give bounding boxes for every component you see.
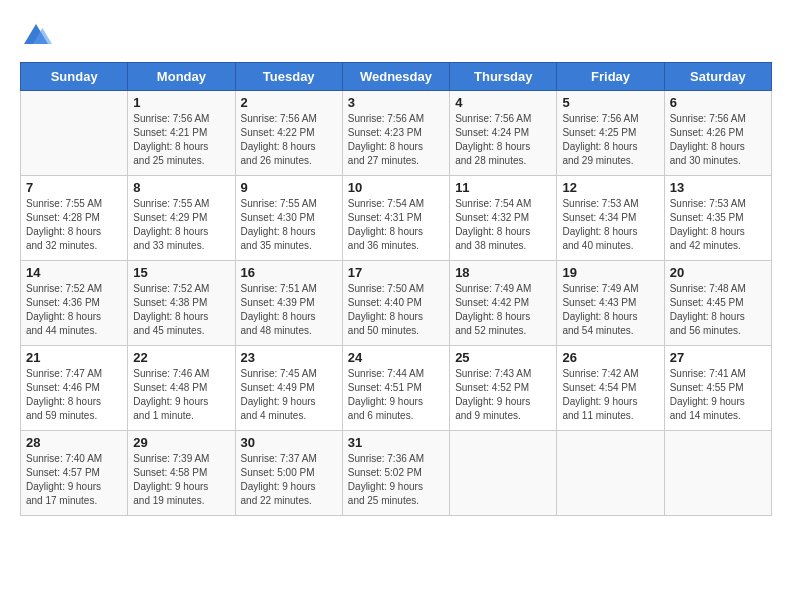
calendar-cell: 28Sunrise: 7:40 AM Sunset: 4:57 PM Dayli…: [21, 431, 128, 516]
day-number: 14: [26, 265, 122, 280]
calendar-cell: 18Sunrise: 7:49 AM Sunset: 4:42 PM Dayli…: [450, 261, 557, 346]
day-number: 27: [670, 350, 766, 365]
logo: [20, 20, 56, 52]
day-number: 17: [348, 265, 444, 280]
day-number: 13: [670, 180, 766, 195]
day-number: 24: [348, 350, 444, 365]
calendar-cell: [21, 91, 128, 176]
calendar-cell: 8Sunrise: 7:55 AM Sunset: 4:29 PM Daylig…: [128, 176, 235, 261]
calendar-cell: 17Sunrise: 7:50 AM Sunset: 4:40 PM Dayli…: [342, 261, 449, 346]
day-info: Sunrise: 7:36 AM Sunset: 5:02 PM Dayligh…: [348, 452, 444, 508]
day-number: 8: [133, 180, 229, 195]
calendar-cell: 31Sunrise: 7:36 AM Sunset: 5:02 PM Dayli…: [342, 431, 449, 516]
weekday-header-sunday: Sunday: [21, 63, 128, 91]
day-info: Sunrise: 7:49 AM Sunset: 4:43 PM Dayligh…: [562, 282, 658, 338]
day-info: Sunrise: 7:46 AM Sunset: 4:48 PM Dayligh…: [133, 367, 229, 423]
day-info: Sunrise: 7:50 AM Sunset: 4:40 PM Dayligh…: [348, 282, 444, 338]
day-info: Sunrise: 7:56 AM Sunset: 4:23 PM Dayligh…: [348, 112, 444, 168]
day-info: Sunrise: 7:56 AM Sunset: 4:22 PM Dayligh…: [241, 112, 337, 168]
calendar-cell: 1Sunrise: 7:56 AM Sunset: 4:21 PM Daylig…: [128, 91, 235, 176]
calendar-cell: 7Sunrise: 7:55 AM Sunset: 4:28 PM Daylig…: [21, 176, 128, 261]
day-info: Sunrise: 7:45 AM Sunset: 4:49 PM Dayligh…: [241, 367, 337, 423]
day-number: 1: [133, 95, 229, 110]
calendar-cell: 24Sunrise: 7:44 AM Sunset: 4:51 PM Dayli…: [342, 346, 449, 431]
calendar-cell: 20Sunrise: 7:48 AM Sunset: 4:45 PM Dayli…: [664, 261, 771, 346]
calendar-week-2: 7Sunrise: 7:55 AM Sunset: 4:28 PM Daylig…: [21, 176, 772, 261]
calendar-cell: 25Sunrise: 7:43 AM Sunset: 4:52 PM Dayli…: [450, 346, 557, 431]
day-info: Sunrise: 7:56 AM Sunset: 4:26 PM Dayligh…: [670, 112, 766, 168]
day-info: Sunrise: 7:56 AM Sunset: 4:25 PM Dayligh…: [562, 112, 658, 168]
day-info: Sunrise: 7:49 AM Sunset: 4:42 PM Dayligh…: [455, 282, 551, 338]
day-number: 3: [348, 95, 444, 110]
day-number: 19: [562, 265, 658, 280]
day-number: 2: [241, 95, 337, 110]
day-number: 10: [348, 180, 444, 195]
day-number: 25: [455, 350, 551, 365]
day-info: Sunrise: 7:56 AM Sunset: 4:24 PM Dayligh…: [455, 112, 551, 168]
calendar-cell: 19Sunrise: 7:49 AM Sunset: 4:43 PM Dayli…: [557, 261, 664, 346]
day-number: 29: [133, 435, 229, 450]
calendar-cell: 3Sunrise: 7:56 AM Sunset: 4:23 PM Daylig…: [342, 91, 449, 176]
weekday-header-monday: Monday: [128, 63, 235, 91]
day-info: Sunrise: 7:54 AM Sunset: 4:31 PM Dayligh…: [348, 197, 444, 253]
weekday-header-friday: Friday: [557, 63, 664, 91]
day-info: Sunrise: 7:39 AM Sunset: 4:58 PM Dayligh…: [133, 452, 229, 508]
calendar-cell: 16Sunrise: 7:51 AM Sunset: 4:39 PM Dayli…: [235, 261, 342, 346]
weekday-header-tuesday: Tuesday: [235, 63, 342, 91]
day-info: Sunrise: 7:54 AM Sunset: 4:32 PM Dayligh…: [455, 197, 551, 253]
calendar-cell: [450, 431, 557, 516]
calendar-header-row: SundayMondayTuesdayWednesdayThursdayFrid…: [21, 63, 772, 91]
day-info: Sunrise: 7:52 AM Sunset: 4:36 PM Dayligh…: [26, 282, 122, 338]
weekday-header-wednesday: Wednesday: [342, 63, 449, 91]
day-number: 31: [348, 435, 444, 450]
calendar-cell: 21Sunrise: 7:47 AM Sunset: 4:46 PM Dayli…: [21, 346, 128, 431]
day-info: Sunrise: 7:51 AM Sunset: 4:39 PM Dayligh…: [241, 282, 337, 338]
day-number: 15: [133, 265, 229, 280]
day-info: Sunrise: 7:53 AM Sunset: 4:35 PM Dayligh…: [670, 197, 766, 253]
weekday-header-saturday: Saturday: [664, 63, 771, 91]
day-info: Sunrise: 7:37 AM Sunset: 5:00 PM Dayligh…: [241, 452, 337, 508]
day-info: Sunrise: 7:53 AM Sunset: 4:34 PM Dayligh…: [562, 197, 658, 253]
page-header: [20, 20, 772, 52]
calendar-cell: 4Sunrise: 7:56 AM Sunset: 4:24 PM Daylig…: [450, 91, 557, 176]
logo-icon: [20, 20, 52, 52]
calendar-cell: 27Sunrise: 7:41 AM Sunset: 4:55 PM Dayli…: [664, 346, 771, 431]
day-number: 20: [670, 265, 766, 280]
day-number: 6: [670, 95, 766, 110]
day-info: Sunrise: 7:43 AM Sunset: 4:52 PM Dayligh…: [455, 367, 551, 423]
day-number: 7: [26, 180, 122, 195]
calendar-cell: 2Sunrise: 7:56 AM Sunset: 4:22 PM Daylig…: [235, 91, 342, 176]
calendar-cell: 14Sunrise: 7:52 AM Sunset: 4:36 PM Dayli…: [21, 261, 128, 346]
day-number: 16: [241, 265, 337, 280]
day-number: 26: [562, 350, 658, 365]
calendar-cell: 26Sunrise: 7:42 AM Sunset: 4:54 PM Dayli…: [557, 346, 664, 431]
calendar-cell: 13Sunrise: 7:53 AM Sunset: 4:35 PM Dayli…: [664, 176, 771, 261]
day-number: 28: [26, 435, 122, 450]
day-number: 11: [455, 180, 551, 195]
calendar-week-1: 1Sunrise: 7:56 AM Sunset: 4:21 PM Daylig…: [21, 91, 772, 176]
calendar-cell: 6Sunrise: 7:56 AM Sunset: 4:26 PM Daylig…: [664, 91, 771, 176]
calendar-cell: [557, 431, 664, 516]
calendar-cell: 30Sunrise: 7:37 AM Sunset: 5:00 PM Dayli…: [235, 431, 342, 516]
day-number: 30: [241, 435, 337, 450]
calendar-cell: 9Sunrise: 7:55 AM Sunset: 4:30 PM Daylig…: [235, 176, 342, 261]
day-info: Sunrise: 7:56 AM Sunset: 4:21 PM Dayligh…: [133, 112, 229, 168]
calendar-cell: 22Sunrise: 7:46 AM Sunset: 4:48 PM Dayli…: [128, 346, 235, 431]
day-number: 18: [455, 265, 551, 280]
day-info: Sunrise: 7:41 AM Sunset: 4:55 PM Dayligh…: [670, 367, 766, 423]
calendar-week-5: 28Sunrise: 7:40 AM Sunset: 4:57 PM Dayli…: [21, 431, 772, 516]
calendar-cell: 11Sunrise: 7:54 AM Sunset: 4:32 PM Dayli…: [450, 176, 557, 261]
day-info: Sunrise: 7:55 AM Sunset: 4:29 PM Dayligh…: [133, 197, 229, 253]
day-number: 9: [241, 180, 337, 195]
calendar-table: SundayMondayTuesdayWednesdayThursdayFrid…: [20, 62, 772, 516]
calendar-cell: 5Sunrise: 7:56 AM Sunset: 4:25 PM Daylig…: [557, 91, 664, 176]
day-number: 21: [26, 350, 122, 365]
day-number: 12: [562, 180, 658, 195]
calendar-week-3: 14Sunrise: 7:52 AM Sunset: 4:36 PM Dayli…: [21, 261, 772, 346]
calendar-cell: 10Sunrise: 7:54 AM Sunset: 4:31 PM Dayli…: [342, 176, 449, 261]
calendar-cell: 29Sunrise: 7:39 AM Sunset: 4:58 PM Dayli…: [128, 431, 235, 516]
weekday-header-thursday: Thursday: [450, 63, 557, 91]
day-info: Sunrise: 7:48 AM Sunset: 4:45 PM Dayligh…: [670, 282, 766, 338]
calendar-cell: 15Sunrise: 7:52 AM Sunset: 4:38 PM Dayli…: [128, 261, 235, 346]
day-number: 4: [455, 95, 551, 110]
